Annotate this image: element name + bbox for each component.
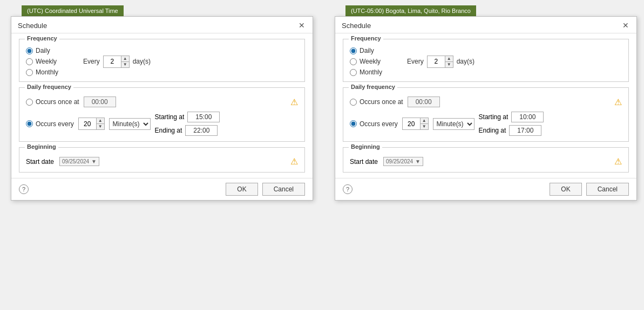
- occurs-once-time-left[interactable]: [84, 97, 116, 107]
- every-increment-right[interactable]: ▲: [445, 56, 453, 62]
- occurs-every-decrement-left[interactable]: ▼: [97, 124, 104, 129]
- every-value-right[interactable]: [428, 57, 445, 66]
- occurs-every-value-left[interactable]: [79, 119, 96, 129]
- occurs-every-row-left: Occurs every ▲ ▼ Minute(s): [26, 112, 298, 136]
- timezone-bar-left: (UTC) Coordinated Universal Time: [22, 5, 124, 16]
- every-spinner-left[interactable]: ▲ ▼: [103, 56, 130, 68]
- freq-daily-right[interactable]: Daily: [350, 47, 382, 54]
- footer-right: ? OK Cancel: [335, 178, 636, 200]
- help-icon-left[interactable]: ?: [19, 184, 29, 194]
- occurs-every-unit-left[interactable]: Minute(s) Hour(s): [109, 118, 151, 130]
- freq-monthly-radio-right[interactable]: [350, 69, 357, 76]
- occurs-every-label-left[interactable]: Occurs every: [26, 120, 74, 128]
- occurs-every-row-right: Occurs every ▲ ▼ Minute(s): [350, 112, 622, 136]
- dropdown-arrow-left: ▼: [91, 159, 97, 164]
- help-icon-right[interactable]: ?: [343, 184, 352, 194]
- timezone-bar-right: (UTC-05:00) Bogota, Lima, Quito, Rio Bra…: [345, 5, 476, 16]
- frequency-legend-right: Frequency: [349, 35, 383, 42]
- warning-icon-date-right: ⚠: [614, 156, 622, 167]
- start-date-label-right: Start date: [350, 158, 378, 166]
- frequency-section-left: Frequency Daily Weekly: [19, 39, 305, 82]
- warning-icon-date-left: ⚠: [290, 156, 298, 167]
- freq-daily-radio-left[interactable]: [26, 47, 33, 54]
- start-date-label-left: Start date: [26, 158, 54, 166]
- panel-right: (UTC-05:00) Bogota, Lima, Quito, Rio Bra…: [324, 5, 644, 201]
- ok-button-right[interactable]: OK: [550, 183, 581, 196]
- every-spinner-btns-left: ▲ ▼: [121, 56, 129, 67]
- occurs-once-radio-right[interactable]: [350, 99, 357, 106]
- freq-weekly-radio-left[interactable]: [26, 58, 33, 65]
- freq-weekly-left[interactable]: Weekly: [26, 58, 58, 65]
- dropdown-arrow-right: ▼: [415, 159, 421, 164]
- every-decrement-left[interactable]: ▼: [121, 62, 129, 67]
- starting-row-right: Starting at: [479, 112, 544, 122]
- occurs-once-radio-left[interactable]: [26, 99, 33, 106]
- occurs-every-unit-right[interactable]: Minute(s) Hour(s): [433, 118, 474, 130]
- starting-time-left[interactable]: [187, 112, 220, 122]
- daily-legend-right: Daily frequency: [349, 84, 397, 90]
- occurs-every-value-right[interactable]: [403, 119, 420, 129]
- every-row-right: Every ▲ ▼ day(s): [407, 56, 474, 68]
- beginning-legend-left: Beginning: [25, 143, 58, 150]
- start-date-value-right: 09/25/2024: [386, 159, 413, 164]
- occurs-every-increment-left[interactable]: ▲: [97, 118, 104, 124]
- occurs-every-spinner-left[interactable]: ▲ ▼: [78, 118, 105, 130]
- dialog-body-right: Frequency Daily Weekly: [335, 33, 636, 178]
- beginning-row-left: Start date 09/25/2024 ▼ ⚠: [26, 156, 298, 167]
- daily-legend-left: Daily frequency: [25, 84, 73, 90]
- every-increment-left[interactable]: ▲: [121, 56, 129, 62]
- frequency-row-left: Daily Weekly Monthly: [26, 47, 298, 76]
- cancel-button-left[interactable]: Cancel: [262, 183, 305, 196]
- occurs-once-row-left: Occurs once at ⚠: [26, 97, 298, 107]
- every-spinner-right[interactable]: ▲ ▼: [427, 56, 453, 68]
- ending-time-right[interactable]: [509, 125, 541, 136]
- footer-btns-right: OK Cancel: [550, 183, 629, 196]
- occurs-every-radio-right[interactable]: [350, 120, 357, 127]
- cancel-button-right[interactable]: Cancel: [586, 183, 629, 196]
- every-value-left[interactable]: [104, 57, 121, 66]
- occurs-once-label-right[interactable]: Occurs once at: [350, 98, 403, 106]
- freq-radios-left: Daily Weekly Monthly: [26, 47, 58, 76]
- freq-monthly-radio-left[interactable]: [26, 69, 33, 76]
- every-row-left: Every ▲ ▼ day(s): [83, 56, 151, 68]
- every-decrement-right[interactable]: ▼: [445, 62, 453, 67]
- start-date-value-left: 09/25/2024: [62, 159, 89, 164]
- starting-time-right[interactable]: [511, 112, 544, 122]
- start-date-dropdown-left[interactable]: 09/25/2024 ▼: [59, 157, 99, 166]
- dialog-title-right: Schedule: [342, 22, 371, 30]
- every-label-left: Every: [83, 58, 100, 65]
- occurs-every-label-right[interactable]: Occurs every: [350, 120, 398, 128]
- freq-daily-left[interactable]: Daily: [26, 47, 58, 54]
- ok-button-left[interactable]: OK: [226, 183, 257, 196]
- main-panels: (UTC) Coordinated Universal Time Schedul…: [0, 0, 644, 310]
- occurs-once-time-right[interactable]: [408, 97, 440, 107]
- dialog-title-left: Schedule: [18, 22, 47, 30]
- beginning-section-left: Beginning Start date 09/25/2024 ▼ ⚠: [19, 147, 305, 173]
- freq-weekly-radio-right[interactable]: [350, 58, 357, 65]
- freq-monthly-left[interactable]: Monthly: [26, 68, 58, 76]
- occurs-every-decrement-right[interactable]: ▼: [421, 124, 428, 129]
- title-bar-right: Schedule ✕: [335, 17, 636, 33]
- occurs-once-label-left[interactable]: Occurs once at: [26, 98, 79, 106]
- starting-ending-right: Starting at Ending at: [479, 112, 544, 136]
- occurs-once-row-right: Occurs once at ⚠: [350, 97, 622, 107]
- footer-btns-left: OK Cancel: [226, 183, 305, 196]
- dialog-left: Schedule ✕ Frequency Daily: [11, 16, 313, 201]
- occurs-every-main-right: Occurs every ▲ ▼ Minute(s): [350, 118, 474, 130]
- title-bar-left: Schedule ✕: [11, 17, 313, 33]
- starting-ending-left: Starting at Ending at: [155, 112, 220, 136]
- occurs-every-radio-left[interactable]: [26, 120, 33, 127]
- freq-monthly-right[interactable]: Monthly: [350, 68, 382, 76]
- freq-weekly-right[interactable]: Weekly: [350, 58, 382, 65]
- ending-row-left: Ending at: [155, 125, 220, 136]
- occurs-every-increment-right[interactable]: ▲: [421, 118, 428, 124]
- warning-icon-once-right: ⚠: [614, 97, 622, 107]
- occurs-every-spinner-btns-left: ▲ ▼: [96, 118, 104, 129]
- occurs-every-spinner-right[interactable]: ▲ ▼: [402, 118, 429, 130]
- ending-time-left[interactable]: [185, 125, 218, 136]
- beginning-section-right: Beginning Start date 09/25/2024 ▼ ⚠: [343, 147, 629, 173]
- close-button-left[interactable]: ✕: [297, 21, 306, 30]
- close-button-right[interactable]: ✕: [621, 21, 630, 30]
- freq-daily-radio-right[interactable]: [350, 47, 357, 54]
- start-date-dropdown-right[interactable]: 09/25/2024 ▼: [383, 157, 423, 166]
